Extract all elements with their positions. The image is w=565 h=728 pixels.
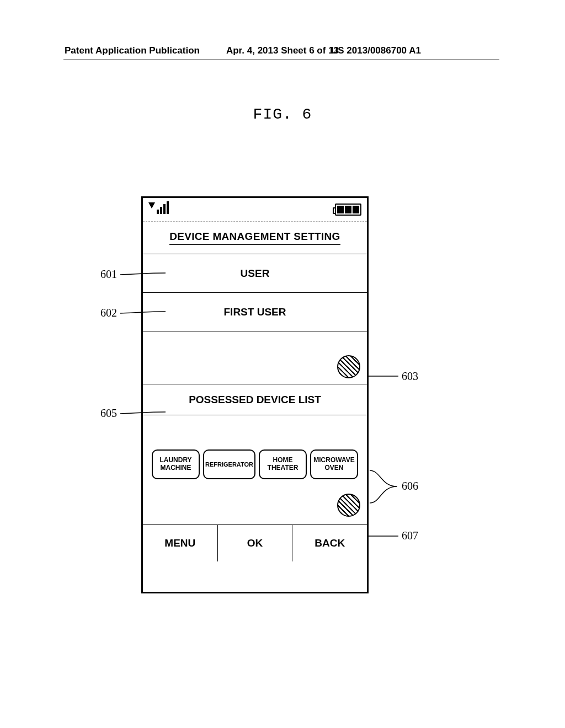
- leader-lines: [0, 0, 565, 728]
